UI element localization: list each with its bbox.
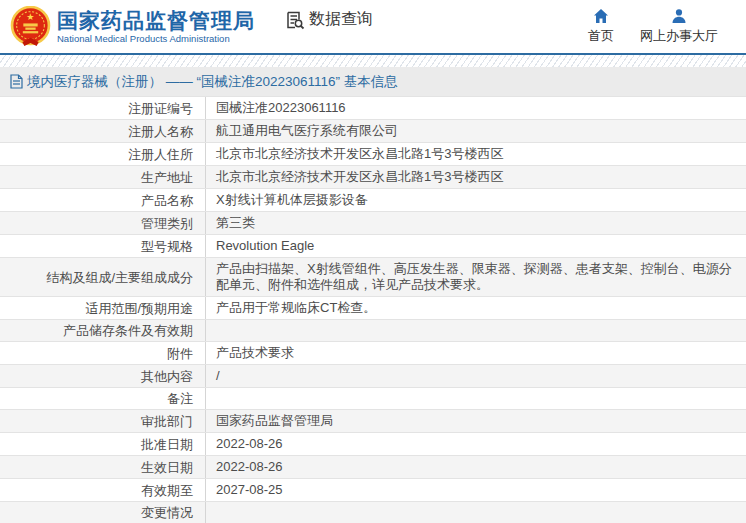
field-label: 注册证编号 [0, 97, 206, 119]
registration-info-table: 注册证编号 国械注准20223061116 注册人名称 航卫通用电气医疗系统有限… [0, 96, 746, 523]
table-row: 适用范围/预期用途 产品用于常规临床CT检查。 [0, 297, 746, 320]
field-label: 注册人名称 [0, 120, 206, 142]
table-row: 审批部门 国家药品监督管理局 [0, 410, 746, 433]
table-row: 生效日期 2022-08-26 [0, 456, 746, 479]
field-value: 国家药品监督管理局 [206, 410, 746, 432]
field-value: 航卫通用电气医疗系统有限公司 [206, 120, 746, 142]
breadcrumb: 境内医疗器械（注册） —— “国械注准20223061116” 基本信息 [0, 67, 746, 96]
nmpa-logo: ★ 国家药品监督管理局 National Medical Products Ad… [10, 6, 255, 47]
svg-text:★: ★ [26, 12, 34, 22]
nav-item-service-hall[interactable]: 网上办事大厅 [640, 8, 718, 45]
data-query-label: 数据查询 [309, 9, 373, 30]
nav-item-label: 网上办事大厅 [640, 27, 718, 45]
table-row: 注册人住所 北京市北京经济技术开发区永昌北路1号3号楼西区 [0, 143, 746, 166]
field-value: 产品用于常规临床CT检查。 [206, 297, 746, 319]
field-label: 变更情况 [0, 502, 206, 523]
table-row: 批准日期 2022-08-26 [0, 433, 746, 456]
field-label: 管理类别 [0, 212, 206, 234]
breadcrumb-text: 境内医疗器械（注册） —— “国械注准20223061116” 基本信息 [27, 73, 398, 91]
table-row: 有效期至 2027-08-25 [0, 479, 746, 502]
nav-item-home[interactable]: 首页 [588, 8, 614, 45]
field-label: 附件 [0, 342, 206, 364]
document-search-icon [285, 10, 305, 30]
user-icon [671, 8, 687, 24]
field-value: 国械注准20223061116 [206, 97, 746, 119]
field-value: Revolution Eagle [206, 235, 746, 257]
site-header: ★ 国家药品监督管理局 National Medical Products Ad… [0, 0, 746, 53]
field-value: X射线计算机体层摄影设备 [206, 189, 746, 211]
field-value: 北京市北京经济技术开发区永昌北路1号3号楼西区 [206, 166, 746, 188]
table-row: 产品储存条件及有效期 [0, 320, 746, 342]
field-label: 生产地址 [0, 166, 206, 188]
field-label: 结构及组成/主要组成成分 [0, 258, 206, 296]
field-label: 适用范围/预期用途 [0, 297, 206, 319]
table-row: 备注 [0, 388, 746, 410]
table-row: 其他内容 / [0, 365, 746, 388]
table-row: 产品名称 X射线计算机体层摄影设备 [0, 189, 746, 212]
field-label: 产品名称 [0, 189, 206, 211]
table-row: 生产地址 北京市北京经济技术开发区永昌北路1号3号楼西区 [0, 166, 746, 189]
field-value: 2022-08-26 [206, 433, 746, 455]
table-row: 注册人名称 航卫通用电气医疗系统有限公司 [0, 120, 746, 143]
hatch-texture-strip [0, 55, 746, 67]
org-name-en: National Medical Products Administration [57, 33, 255, 45]
table-row: 结构及组成/主要组成成分 产品由扫描架、X射线管组件、高压发生器、限束器、探测器… [0, 258, 746, 297]
field-value: 北京市北京经济技术开发区永昌北路1号3号楼西区 [206, 143, 746, 165]
table-row: 变更情况 [0, 502, 746, 523]
field-value [206, 502, 746, 523]
top-nav: 首页 网上办事大厅 [588, 8, 718, 45]
nav-item-label: 首页 [588, 27, 614, 45]
home-icon [593, 8, 609, 24]
field-label: 审批部门 [0, 410, 206, 432]
page-icon [10, 74, 23, 89]
field-value [206, 320, 746, 341]
field-label: 注册人住所 [0, 143, 206, 165]
field-label: 其他内容 [0, 365, 206, 387]
field-value: 2027-08-25 [206, 479, 746, 501]
national-emblem-icon: ★ [10, 6, 51, 47]
field-label: 生效日期 [0, 456, 206, 478]
data-query-button[interactable]: 数据查询 [285, 9, 373, 30]
table-row: 注册证编号 国械注准20223061116 [0, 97, 746, 120]
field-label: 批准日期 [0, 433, 206, 455]
field-label: 型号规格 [0, 235, 206, 257]
field-label: 产品储存条件及有效期 [0, 320, 206, 341]
field-value: 第三类 [206, 212, 746, 234]
field-value: / [206, 365, 746, 387]
field-value: 2022-08-26 [206, 456, 746, 478]
field-value [206, 388, 746, 409]
org-name: 国家药品监督管理局 [57, 9, 255, 33]
table-row: 型号规格 Revolution Eagle [0, 235, 746, 258]
field-label: 备注 [0, 388, 206, 409]
field-value: 产品由扫描架、X射线管组件、高压发生器、限束器、探测器、患者支架、控制台、电源分… [206, 258, 746, 296]
field-value: 产品技术要求 [206, 342, 746, 364]
field-label: 有效期至 [0, 479, 206, 501]
table-row: 附件 产品技术要求 [0, 342, 746, 365]
table-row: 管理类别 第三类 [0, 212, 746, 235]
